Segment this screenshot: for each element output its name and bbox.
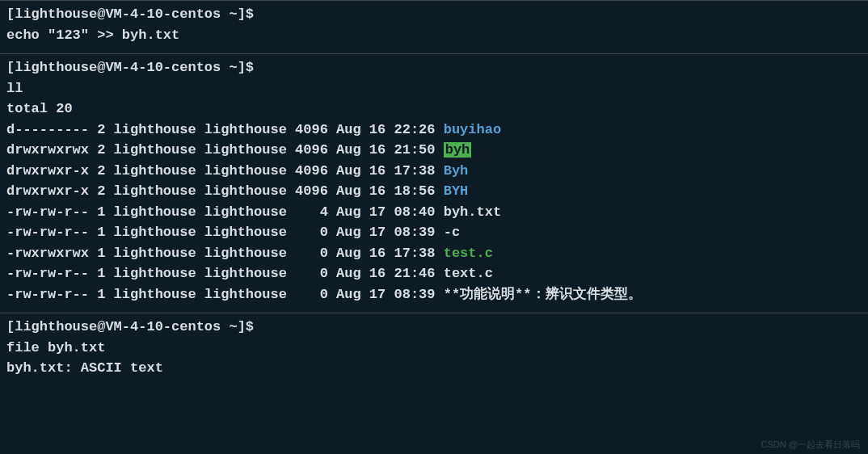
ls-row: d--------- 2 lighthouse lighthouse 4096 … xyxy=(6,120,862,141)
ls-row-meta: d--------- 2 lighthouse lighthouse 4096 … xyxy=(6,122,444,137)
command-line: echo "123" >> byh.txt xyxy=(6,25,862,46)
ls-row: -rw-rw-r-- 1 lighthouse lighthouse 0 Aug… xyxy=(6,263,862,284)
ls-row: drwxrwxrwx 2 lighthouse lighthouse 4096 … xyxy=(6,140,862,161)
ls-row-meta: -rwxrwxrwx 1 lighthouse lighthouse 0 Aug… xyxy=(6,246,444,261)
terminal-block-2: [lighthouse@VM-4-10-centos ~]$ ll total … xyxy=(0,53,868,313)
ls-row-meta: drwxrwxr-x 2 lighthouse lighthouse 4096 … xyxy=(6,183,444,199)
command-line: ll xyxy=(6,78,862,99)
watermark: CSDN @一起去看日落吗 xyxy=(761,438,860,452)
ls-row-filename: Byh xyxy=(444,163,469,179)
ls-row-filename: buyihao xyxy=(444,122,501,137)
ls-row-meta: -rw-rw-r-- 1 lighthouse lighthouse 0 Aug… xyxy=(6,266,444,281)
ls-row-filename: byh.txt xyxy=(444,204,501,220)
terminal-block-3: [lighthouse@VM-4-10-centos ~]$ file byh.… xyxy=(0,313,868,387)
ls-row-meta: -rw-rw-r-- 1 lighthouse lighthouse 4 Aug… xyxy=(6,204,444,220)
shell-prompt: [lighthouse@VM-4-10-centos ~]$ xyxy=(6,57,862,78)
output-line: byh.txt: ASCII text xyxy=(6,358,862,379)
ls-row-meta: drwxrwxr-x 2 lighthouse lighthouse 4096 … xyxy=(6,163,444,179)
ls-listing: d--------- 2 lighthouse lighthouse 4096 … xyxy=(6,120,862,305)
shell-prompt: [lighthouse@VM-4-10-centos ~]$ xyxy=(6,317,862,338)
ls-row-filename: test.c xyxy=(444,246,493,261)
ls-row: -rwxrwxrwx 1 lighthouse lighthouse 0 Aug… xyxy=(6,243,862,264)
ls-row-filename: byh xyxy=(444,142,472,158)
ls-row-meta: -rw-rw-r-- 1 lighthouse lighthouse 0 Aug… xyxy=(6,287,444,302)
ls-row: -rw-rw-r-- 1 lighthouse lighthouse 0 Aug… xyxy=(6,284,862,305)
ls-row: -rw-rw-r-- 1 lighthouse lighthouse 4 Aug… xyxy=(6,202,862,223)
total-line: total 20 xyxy=(6,99,862,120)
ls-row-meta: -rw-rw-r-- 1 lighthouse lighthouse 0 Aug… xyxy=(6,225,444,240)
terminal-block-1: [lighthouse@VM-4-10-centos ~]$ echo "123… xyxy=(0,0,868,53)
shell-prompt: [lighthouse@VM-4-10-centos ~]$ xyxy=(6,4,862,25)
ls-row-filename: BYH xyxy=(444,183,469,199)
ls-row-filename: **功能说明**：辨识文件类型。 xyxy=(444,287,642,302)
ls-row-filename: -c xyxy=(444,225,460,240)
ls-row: drwxrwxr-x 2 lighthouse lighthouse 4096 … xyxy=(6,181,862,202)
ls-row-meta: drwxrwxrwx 2 lighthouse lighthouse 4096 … xyxy=(6,142,444,158)
ls-row: -rw-rw-r-- 1 lighthouse lighthouse 0 Aug… xyxy=(6,222,862,243)
ls-row-filename: text.c xyxy=(444,266,493,281)
ls-row: drwxrwxr-x 2 lighthouse lighthouse 4096 … xyxy=(6,161,862,182)
command-line: file byh.txt xyxy=(6,338,862,359)
